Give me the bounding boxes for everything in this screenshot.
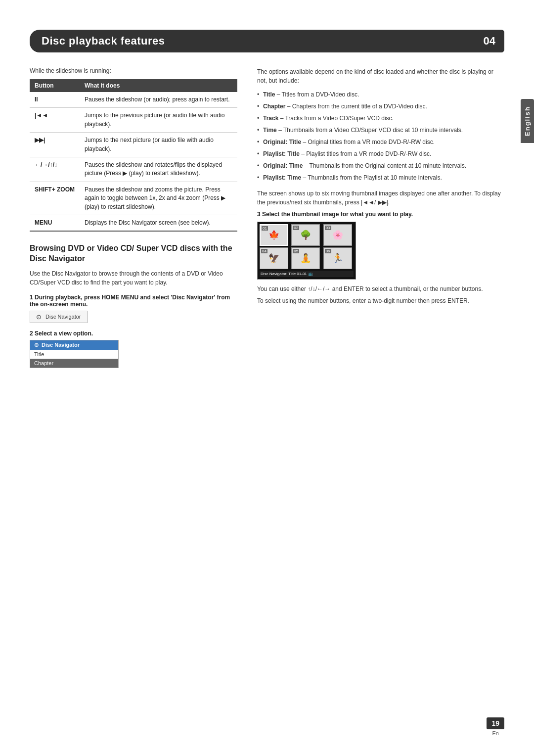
description-cell: Jumps to the previous picture (or audio …	[80, 108, 237, 133]
thumbnail-grid-wrapper: 01🍁02🌳03🌸04🦅05🧘06🏃 Disc Navigator: Title…	[257, 222, 356, 280]
chapter-title: Disc playback features	[30, 30, 475, 52]
left-column: While the slideshow is running: Button W…	[30, 67, 237, 383]
list-item-bold: Time	[263, 127, 277, 134]
list-item: Chapter – Chapters from the current titl…	[257, 102, 504, 111]
slideshow-intro: While the slideshow is running:	[30, 67, 237, 74]
browsing-heading: Browsing DVD or Video CD/ Super VCD disc…	[30, 243, 237, 264]
list-item: Playlist: Time – Thumbnails from the Pla…	[257, 173, 504, 182]
list-item: Track – Tracks from a Video CD/Super VCD…	[257, 114, 504, 123]
list-item: Time – Thumbnails from a Video CD/Super …	[257, 126, 504, 135]
table-row: SHIFT+ ZOOMPauses the slideshow and zoom…	[30, 182, 237, 215]
browsing-body: Use the Disc Navigator to browse through…	[30, 269, 237, 287]
table-row: IIPauses the slideshow (or audio); press…	[30, 92, 237, 108]
disc-nav-display: ⊙ Disc Navigator	[30, 311, 88, 323]
cell-number: 02	[293, 226, 299, 230]
header-bar: Disc playback features 04	[30, 30, 504, 52]
thumb-cell[interactable]: 05🧘	[291, 247, 320, 269]
thumbnail-instruction: The screen shows up to six moving thumbn…	[257, 189, 504, 207]
description-cell: Jumps to the next picture (or audio file…	[80, 133, 237, 157]
list-item: Original: Title – Original titles from a…	[257, 138, 504, 146]
thumb-cell[interactable]: 02🌳	[291, 224, 320, 246]
thumb-cell[interactable]: 01🍁	[260, 224, 288, 246]
options-intro: The options available depend on the kind…	[257, 67, 504, 85]
description-cell: Displays the Disc Navigator screen (see …	[80, 215, 237, 231]
table-row: |◄◄Jumps to the previous picture (or aud…	[30, 108, 237, 133]
button-cell: SHIFT+ ZOOM	[30, 182, 80, 215]
step1-label: 1 During playback, press HOME MENU and s…	[30, 294, 237, 308]
list-item-bold: Playlist: Title	[263, 150, 300, 157]
button-cell: ←/→/↑/↓	[30, 157, 80, 182]
description-cell: Pauses the slideshow and zooms the pictu…	[80, 182, 237, 215]
thumb-cell[interactable]: 04🦅	[260, 247, 288, 269]
thumb-cell[interactable]: 03🌸	[323, 224, 352, 246]
button-cell: |◄◄	[30, 108, 80, 133]
step3-label: 3 Select the thumbnail image for what yo…	[257, 211, 504, 218]
chapter-number: 04	[475, 30, 504, 52]
table-row: ←/→/↑/↓Pauses the slideshow and rotates/…	[30, 157, 237, 182]
cell-number: 01	[262, 226, 268, 231]
page-number-area: 19 En	[487, 717, 504, 736]
button-cell: ▶▶|	[30, 133, 80, 157]
menu-item[interactable]: Chapter	[30, 359, 118, 368]
list-item-bold: Playlist: Time	[263, 174, 301, 181]
thumbnail-grid: 01🍁02🌳03🌸04🦅05🧘06🏃	[260, 224, 354, 269]
col-what: What it does	[80, 79, 237, 92]
col-button: Button	[30, 79, 80, 92]
after-thumb1: You can use either ↑/↓/←/→ and ENTER to …	[257, 284, 504, 293]
menu-icon: ⊙	[34, 342, 39, 348]
cell-number: 03	[325, 226, 331, 230]
disc-nav-label: Disc Navigator	[45, 314, 81, 320]
feature-table: Button What it does IIPauses the slidesh…	[30, 79, 237, 232]
menu-item[interactable]: Title	[30, 350, 118, 359]
page-wrapper: Disc playback features 04 English While …	[0, 0, 534, 756]
view-option-menu: ⊙ Disc Navigator TitleChapter	[30, 340, 119, 368]
table-row: ▶▶|Jumps to the next picture (or audio f…	[30, 133, 237, 157]
button-cell: MENU	[30, 215, 80, 231]
thumb-cell[interactable]: 06🏃	[323, 247, 352, 269]
grid-status: Disc Navigator: Title 01-01 📺	[260, 271, 354, 277]
after-thumb2: To select using the number buttons, ente…	[257, 296, 504, 305]
description-cell: Pauses the slideshow and rotates/flips t…	[80, 157, 237, 182]
table-row: MENUDisplays the Disc Navigator screen (…	[30, 215, 237, 231]
page-lang: En	[492, 730, 498, 736]
list-item: Original: Time – Thumbnails from the Ori…	[257, 161, 504, 170]
list-item-bold: Chapter	[263, 103, 285, 110]
main-content: While the slideshow is running: Button W…	[30, 67, 504, 383]
cell-number: 06	[325, 249, 331, 253]
step2-label: 2 Select a view option.	[30, 330, 237, 337]
list-item-bold: Original: Title	[263, 139, 301, 145]
description-cell: Pauses the slideshow (or audio); press a…	[80, 92, 237, 108]
cell-number: 04	[261, 249, 267, 253]
list-item-bold: Original: Time	[263, 162, 303, 169]
right-column: The options available depend on the kind…	[257, 67, 504, 383]
page-num-box: 19	[487, 717, 504, 729]
list-item-bold: Title	[263, 91, 275, 98]
list-item: Title – Titles from a DVD-Video disc.	[257, 90, 504, 99]
list-item-bold: Track	[263, 115, 278, 122]
menu-header: ⊙ Disc Navigator	[30, 340, 118, 350]
language-tab: English	[521, 99, 534, 143]
cell-number: 05	[293, 249, 299, 253]
menu-header-label: Disc Navigator	[42, 342, 80, 348]
list-item: Playlist: Title – Playlist titles from a…	[257, 149, 504, 158]
button-cell: II	[30, 92, 80, 108]
bullet-list: Title – Titles from a DVD-Video disc.Cha…	[257, 90, 504, 182]
disc-nav-icon: ⊙	[36, 313, 42, 321]
